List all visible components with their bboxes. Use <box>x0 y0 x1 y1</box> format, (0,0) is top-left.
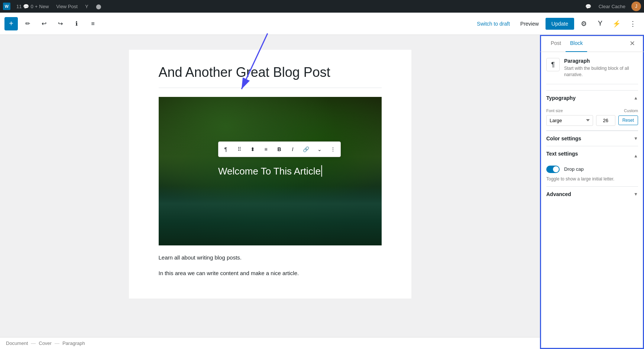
drop-cap-label: Drop cap <box>564 166 584 172</box>
admin-bar: W 11 💬 0 + New View Post Y ⬤ 💬 Clear Cac… <box>0 0 644 13</box>
align-button[interactable]: ≡ <box>259 143 273 156</box>
font-size-controls: Large Small Medium Extra Large Reset <box>546 115 638 126</box>
move-up-down-button[interactable]: ⬍ <box>246 143 259 156</box>
bold-button[interactable]: B <box>273 143 286 156</box>
block-info-text: Paragraph Start with the building block … <box>564 58 638 78</box>
paragraph-1[interactable]: Learn all about writing blog posts. <box>159 253 382 262</box>
view-post-label: View Post <box>56 4 78 9</box>
tools-button[interactable]: ✏ <box>21 17 34 30</box>
clear-cache-label[interactable]: Clear Cache <box>597 4 627 9</box>
text-settings-section: Text settings ▲ Drop cap Toggle to show … <box>546 146 638 187</box>
admin-bar-right: 💬 Clear Cache J <box>584 1 641 11</box>
block-info: ¶ Paragraph Start with the building bloc… <box>546 58 638 84</box>
yoast-icon[interactable]: Y <box>84 4 90 9</box>
paragraph-2[interactable]: In this area we can write content and ma… <box>159 268 382 278</box>
post-separator <box>159 88 382 88</box>
post-title[interactable]: And Another Great Blog Post <box>159 65 382 80</box>
breadcrumb-sep-2: — <box>55 340 59 346</box>
font-size-row: Font size Custom Large Small Medium Extr… <box>546 108 638 126</box>
drop-cap-row: Drop cap <box>546 166 638 173</box>
toolbar-right: Switch to draft Preview Update ⚙ Y ⚡ ⋮ <box>473 17 640 30</box>
typography-title: Typography <box>546 95 576 101</box>
text-settings-header[interactable]: Text settings ▲ <box>546 151 638 161</box>
undo-button[interactable]: ↩ <box>37 17 51 30</box>
text-settings-title: Text settings <box>546 151 578 157</box>
breadcrumb-document[interactable]: Document <box>6 340 28 346</box>
user-avatar[interactable]: J <box>631 1 641 11</box>
yoast-toolbar-button[interactable]: Y <box>593 17 607 30</box>
update-button[interactable]: Update <box>546 18 574 30</box>
italic-button[interactable]: I <box>286 143 300 156</box>
comment-count: 0 <box>30 4 33 9</box>
advanced-section: Advanced ▼ <box>546 186 638 202</box>
more-button[interactable]: ⋮ <box>626 17 640 30</box>
redo-button[interactable]: ↪ <box>54 17 67 30</box>
color-settings-title: Color settings <box>546 136 581 141</box>
advanced-title: Advanced <box>546 191 571 197</box>
drag-handle-button[interactable]: ⠿ <box>233 143 246 156</box>
more-rich-text-button[interactable]: ⌄ <box>313 143 326 156</box>
typography-header[interactable]: Typography ▲ <box>546 90 638 105</box>
text-settings-chevron-icon: ▲ <box>634 153 638 159</box>
drop-cap-toggle[interactable] <box>546 166 560 173</box>
custom-label: Custom <box>624 108 638 113</box>
color-settings-header[interactable]: Color settings ▼ <box>546 131 638 146</box>
list-view-button[interactable]: ≡ <box>86 17 100 30</box>
block-options-button[interactable]: ⋮ <box>326 143 340 156</box>
editor-area[interactable]: And Another Great Blog Post ¶ ⠿ ⬍ ≡ B I … <box>0 35 540 349</box>
advanced-header[interactable]: Advanced ▼ <box>546 186 638 202</box>
link-button[interactable]: 🔗 <box>300 143 313 156</box>
editor-content: And Another Great Blog Post ¶ ⠿ ⬍ ≡ B I … <box>129 50 411 299</box>
notification-count: 11 <box>16 4 22 9</box>
new-label: New <box>39 4 49 9</box>
drop-cap-description: Toggle to show a large initial letter. <box>546 176 638 182</box>
bolt-button[interactable]: ⚡ <box>610 17 623 30</box>
breadcrumb-sep-1: — <box>31 340 36 346</box>
view-post-item[interactable]: View Post <box>55 4 79 9</box>
main-layout: And Another Great Blog Post ¶ ⠿ ⬍ ≡ B I … <box>0 35 644 349</box>
add-block-button[interactable]: + <box>4 17 18 30</box>
add-icon: + <box>35 4 38 9</box>
breadcrumb-paragraph[interactable]: Paragraph <box>62 340 85 346</box>
block-description: Start with the building block of all nar… <box>564 65 638 78</box>
cover-text[interactable]: Welcome To This Article <box>218 165 322 177</box>
settings-button[interactable]: ⚙ <box>577 17 590 30</box>
color-settings-section: Color settings ▼ <box>546 131 638 146</box>
color-settings-chevron-icon: ▼ <box>634 136 638 141</box>
tab-post[interactable]: Post <box>546 35 566 52</box>
block-name: Paragraph <box>564 58 638 64</box>
preview-button[interactable]: Preview <box>517 19 543 29</box>
font-size-select[interactable]: Large Small Medium Extra Large <box>546 115 593 126</box>
font-size-custom-input[interactable] <box>596 115 615 126</box>
font-size-labels: Font size Custom <box>546 108 638 113</box>
cover-block[interactable]: ¶ ⠿ ⬍ ≡ B I 🔗 ⌄ ⋮ Welcome To This Articl… <box>159 97 382 245</box>
admin-bar-notification[interactable]: 11 💬 0 + New <box>15 4 50 9</box>
speech-bubble-icon[interactable]: 💬 <box>584 4 593 9</box>
switch-to-draft-button[interactable]: Switch to draft <box>473 19 514 29</box>
advanced-chevron-icon: ▼ <box>634 192 638 197</box>
typography-chevron-icon: ▲ <box>634 95 638 101</box>
close-panel-button[interactable]: ✕ <box>626 37 638 49</box>
panel-tabs: Post Block ✕ <box>540 35 644 52</box>
block-type-button[interactable]: ¶ <box>219 143 233 156</box>
cover-text-content: Welcome To This Article <box>218 166 321 177</box>
panel-content: ¶ Paragraph Start with the building bloc… <box>540 52 644 349</box>
comment-icon: 💬 <box>23 4 29 9</box>
text-cursor <box>321 165 322 177</box>
reset-font-size-button[interactable]: Reset <box>618 115 638 125</box>
editor-toolbar: + ✏ ↩ ↪ ℹ ≡ Switch to draft Preview Upda… <box>0 13 644 35</box>
breadcrumb-cover[interactable]: Cover <box>39 340 52 346</box>
tab-block[interactable]: Block <box>566 35 587 52</box>
info-button[interactable]: ℹ <box>70 17 83 30</box>
admin-bar-circle[interactable]: ⬤ <box>94 4 103 9</box>
typography-section: Typography ▲ Font size Custom Large Smal… <box>546 90 638 131</box>
breadcrumb-bar: Document — Cover — Paragraph <box>0 337 540 349</box>
wp-logo-icon[interactable]: W <box>3 3 10 10</box>
font-size-label: Font size <box>546 108 563 113</box>
paragraph-block-icon: ¶ <box>546 58 560 71</box>
block-toolbar: ¶ ⠿ ⬍ ≡ B I 🔗 ⌄ ⋮ <box>218 141 341 157</box>
right-panel: Post Block ✕ ¶ Paragraph Start with the … <box>540 35 644 349</box>
